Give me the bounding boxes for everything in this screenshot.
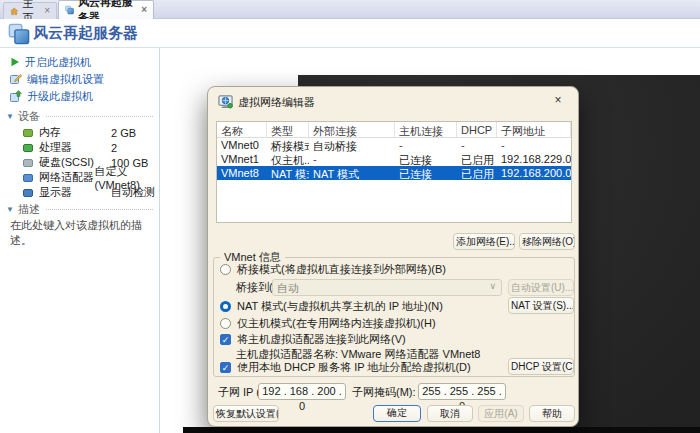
remove-network-button[interactable]: 移除网络(O): [519, 233, 575, 250]
table-column-header[interactable]: DHCP: [457, 122, 497, 137]
table-column-header[interactable]: 外部连接: [309, 122, 395, 137]
table-cell: 已启用: [457, 152, 497, 166]
table-column-header[interactable]: 名称: [217, 122, 267, 137]
harddisk-icon: [22, 157, 34, 169]
table-cell: 192.168.200.0: [497, 166, 571, 180]
table-header-row: 名称类型外部连接主机连接DHCP子网地址: [217, 122, 571, 138]
devices-section-label: 设备: [18, 109, 40, 124]
add-network-button[interactable]: 添加网络(E)...: [453, 233, 515, 250]
help-button[interactable]: 帮助: [529, 405, 575, 422]
device-name: 内存: [39, 125, 111, 140]
divider: [46, 116, 153, 117]
power-on-vm-command[interactable]: 开启此虚拟机: [10, 55, 91, 69]
divider: [46, 209, 153, 210]
device-name: 显示器: [39, 185, 111, 200]
nat-mode-option[interactable]: NAT 模式(与虚拟机共享主机的 IP 地址)(N): [220, 300, 443, 313]
display-icon: [22, 187, 34, 199]
table-cell: 已连接: [395, 166, 457, 180]
table-body: VMnet0桥接模式自动桥接---VMnet1仅主机...-已连接已启用192.…: [217, 138, 571, 180]
dhcp-settings-button[interactable]: DHCP 设置(C)...: [508, 358, 574, 375]
networks-table[interactable]: 名称类型外部连接主机连接DHCP子网地址 VMnet0桥接模式自动桥接---VM…: [216, 121, 572, 223]
desktop-background: [183, 427, 700, 433]
table-cell: -: [457, 138, 497, 152]
table-cell: -: [497, 138, 571, 152]
connect-host-adapter-checkbox[interactable]: ✓: [220, 334, 231, 345]
vmware-workstation-window: 主页 × 风云再起服务器 × 风云再起服务器: [0, 0, 700, 433]
hostonly-mode-option[interactable]: 仅主机模式(在专用网络内连接虚拟机)(H): [220, 317, 436, 330]
page-title: 风云再起服务器: [33, 24, 138, 43]
connect-host-adapter-label: 将主机虚拟适配器连接到此网络(V): [237, 332, 406, 347]
chevron-down-icon: ∨: [489, 281, 496, 291]
play-icon: [10, 57, 20, 67]
auto-settings-button[interactable]: 自动设置(U)...: [508, 279, 574, 296]
network-adapter-icon: [22, 172, 34, 184]
restore-defaults-button[interactable]: 恢复默认设置(R): [213, 405, 279, 422]
hostonly-radio[interactable]: [220, 318, 231, 329]
table-cell: 桥接模式: [267, 138, 309, 152]
table-cell: NAT 模式: [309, 166, 395, 180]
subnet-mask-input[interactable]: 255 . 255 . 255 . 0: [418, 383, 506, 400]
dialog-title: 虚拟网络编辑器: [238, 95, 315, 110]
device-row[interactable]: 处理器2: [22, 141, 155, 154]
description-text[interactable]: 在此处键入对该虚拟机的描述。: [10, 218, 152, 248]
network-editor-icon: [218, 94, 233, 109]
connect-host-adapter-option[interactable]: ✓ 将主机虚拟适配器连接到此网络(V): [220, 333, 406, 346]
use-dhcp-checkbox[interactable]: ✓: [220, 362, 231, 373]
nat-radio[interactable]: [220, 301, 231, 312]
table-cell: VMnet0: [217, 138, 267, 152]
use-dhcp-option[interactable]: ✓ 使用本地 DHCP 服务将 IP 地址分配给虚拟机(D): [220, 361, 471, 374]
bridged-mode-option[interactable]: 桥接模式(将虚拟机直接连接到外部网络)(B): [220, 263, 446, 276]
table-cell: -: [309, 152, 395, 166]
description-section-label: 描述: [18, 202, 40, 217]
table-cell: 自动桥接: [309, 138, 395, 152]
device-value: 2: [111, 142, 117, 154]
edit-vm-settings-command[interactable]: 编辑虚拟机设置: [10, 72, 104, 86]
command-label: 开启此虚拟机: [25, 55, 91, 70]
apply-button[interactable]: 应用(A): [478, 405, 524, 422]
device-row[interactable]: 网络适配器自定义(VMnet8): [22, 171, 155, 184]
device-name: 网络适配器: [39, 170, 95, 185]
upgrade-icon: [10, 90, 22, 102]
tab-bar: 主页 × 风云再起服务器 ×: [0, 0, 700, 19]
ok-button[interactable]: 确定: [373, 405, 421, 422]
close-icon[interactable]: ×: [548, 92, 568, 109]
table-cell: -: [395, 138, 457, 152]
sidebar: 开启此虚拟机 编辑虚拟机设置 升级此虚拟机 ▼ 设备 内存2 GB处理器2硬盘(…: [0, 48, 160, 433]
table-column-header[interactable]: 子网地址: [497, 122, 571, 137]
bridged-to-select[interactable]: 自动 ∨: [272, 279, 502, 296]
device-row[interactable]: 显示器自动检测: [22, 186, 155, 199]
table-row[interactable]: VMnet8NAT 模式NAT 模式已连接已启用192.168.200.0: [217, 166, 571, 180]
tab-home[interactable]: 主页 ×: [3, 2, 57, 19]
command-label: 升级此虚拟机: [27, 89, 93, 104]
memory-icon: [22, 127, 34, 139]
table-cell: 已启用: [457, 166, 497, 180]
table-column-header[interactable]: 主机连接: [395, 122, 457, 137]
tab-vm-close-icon[interactable]: ×: [141, 5, 147, 15]
table-cell: NAT 模式: [267, 166, 309, 180]
command-label: 编辑虚拟机设置: [27, 72, 104, 87]
subnet-mask-label-row: 子网掩码(M):: [352, 386, 416, 399]
cancel-button[interactable]: 取消: [427, 405, 473, 422]
tab-home-close-icon[interactable]: ×: [44, 6, 50, 16]
tab-vm[interactable]: 风云再起服务器 ×: [58, 0, 154, 19]
device-name: 处理器: [39, 140, 111, 155]
table-row[interactable]: VMnet1仅主机...-已连接已启用192.168.229.0: [217, 152, 571, 166]
device-row[interactable]: 内存2 GB: [22, 126, 155, 139]
vm-icon: [8, 23, 30, 45]
home-icon: [10, 6, 18, 17]
bridged-radio[interactable]: [220, 264, 231, 275]
table-column-header[interactable]: 类型: [267, 122, 309, 137]
chevron-down-icon: ▼: [6, 112, 14, 121]
subnet-ip-input[interactable]: 192 . 168 . 200 . 0: [258, 383, 346, 400]
upgrade-vm-command[interactable]: 升级此虚拟机: [10, 89, 93, 103]
use-dhcp-label: 使用本地 DHCP 服务将 IP 地址分配给虚拟机(D): [237, 360, 471, 375]
chevron-down-icon: ▼: [6, 205, 14, 214]
vm-icon: [65, 4, 74, 16]
dialog-titlebar[interactable]: 虚拟网络编辑器 ×: [208, 87, 578, 115]
nat-settings-button[interactable]: NAT 设置(S)...: [508, 297, 574, 314]
table-cell: 192.168.229.0: [497, 152, 571, 166]
description-section-header[interactable]: ▼ 描述: [6, 203, 153, 215]
edit-settings-icon: [10, 73, 22, 85]
devices-section-header[interactable]: ▼ 设备: [6, 110, 153, 122]
table-row[interactable]: VMnet0桥接模式自动桥接---: [217, 138, 571, 152]
